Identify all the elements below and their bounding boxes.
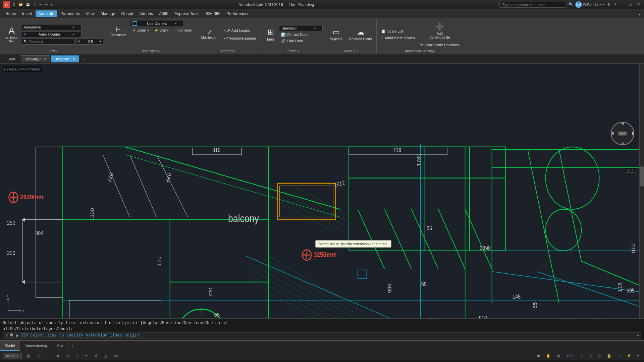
tab-model[interactable]: Model bbox=[0, 341, 20, 351]
table-button[interactable]: ⊞ Table bbox=[263, 25, 278, 43]
leaders-group-label[interactable]: Leaders ▾ bbox=[199, 49, 259, 53]
status-polar[interactable]: ◈ bbox=[54, 353, 61, 359]
multileader-button[interactable]: ↗ Multileader bbox=[199, 23, 220, 46]
cmd-input-field[interactable] bbox=[20, 333, 636, 338]
user-profile[interactable]: DS D.Sanchez ▾ bbox=[575, 1, 604, 8]
tab-dimensioning[interactable]: Dimensioning bbox=[20, 341, 52, 351]
status-lweight[interactable]: ≡ bbox=[83, 353, 89, 359]
compass-circle: N S E W TOP bbox=[611, 122, 634, 145]
help-btn[interactable]: ? bbox=[613, 2, 617, 7]
status-snap[interactable]: ⊞ bbox=[35, 353, 42, 359]
tab-dim-plan-close[interactable]: ✕ bbox=[73, 57, 75, 61]
add-delete-scales-button[interactable]: ± Add/Delete Scales bbox=[379, 35, 417, 41]
status-scale-value[interactable]: 1:50 bbox=[564, 353, 575, 359]
tab-dim-plan[interactable]: Dim Plan* ✕ bbox=[51, 55, 79, 62]
find-text-input[interactable]: 🔍 Find text bbox=[21, 39, 75, 45]
continue-button[interactable]: → Continue bbox=[172, 28, 194, 33]
add-leader-button[interactable]: +↗ Add Leader bbox=[222, 27, 259, 34]
menu-home[interactable]: Home bbox=[3, 10, 19, 17]
markup-group-label[interactable]: Markup ▾ bbox=[327, 49, 374, 53]
qa-redo[interactable]: ↪ bbox=[44, 2, 49, 7]
menu-insert[interactable]: Insert bbox=[19, 10, 35, 17]
leaders-row: ↗ Multileader +↗ Add Leader -↗ Remove Le… bbox=[199, 20, 259, 49]
settings-btn[interactable]: ⚙ bbox=[606, 2, 611, 7]
add-tab-button[interactable]: + bbox=[80, 55, 88, 63]
use-current-dropdown[interactable]: Use Current ▾ bbox=[130, 20, 184, 27]
status-dyn[interactable]: ⊞ bbox=[73, 353, 80, 359]
status-tmode[interactable]: ∡ bbox=[92, 353, 100, 359]
menu-performance[interactable]: Performance bbox=[224, 10, 252, 17]
cmd-dropdown-icon[interactable]: ▾ bbox=[637, 333, 639, 338]
scale-list-button[interactable]: 📋 Scale List bbox=[379, 29, 417, 34]
dimension-button[interactable]: ⊢ Dimension bbox=[108, 20, 129, 43]
close-btn[interactable]: ✕ bbox=[636, 2, 641, 7]
status-ui[interactable]: ⊞ bbox=[596, 353, 603, 359]
menu-view[interactable]: View bbox=[83, 10, 97, 17]
link-data-button[interactable]: 🔗 Link Data bbox=[279, 38, 323, 44]
status-customize[interactable]: ≡ bbox=[635, 353, 641, 359]
scroll-thumb[interactable] bbox=[640, 166, 644, 187]
tab-drawing1-close[interactable]: ✕ bbox=[44, 57, 46, 61]
extract-data-button[interactable]: 📊 Extract Data bbox=[279, 32, 323, 38]
multiline-text-button[interactable]: A MultilineText bbox=[3, 25, 20, 44]
tab-drawing1[interactable]: Drawing1* ✕ bbox=[21, 55, 50, 62]
annotation-scaling-group-label[interactable]: Annotation Scaling ▾ bbox=[379, 49, 461, 53]
status-qp[interactable]: △ bbox=[102, 353, 109, 359]
remove-leader-button[interactable]: -↗ Remove Leader bbox=[222, 35, 259, 42]
tables-group-label[interactable]: Tables ▾ bbox=[263, 49, 323, 53]
sync-scale-positions-button[interactable]: ⟳ Sync Scale Positions bbox=[418, 42, 461, 48]
status-isnap[interactable]: ⊡ bbox=[64, 353, 71, 359]
cmd-clear-icon[interactable]: ✕ bbox=[5, 333, 8, 338]
tab-start[interactable]: Start bbox=[3, 54, 20, 63]
minimize-btn[interactable]: — bbox=[619, 2, 626, 7]
tab-text[interactable]: Text bbox=[52, 341, 68, 351]
status-ortho[interactable]: ⊥ bbox=[44, 353, 52, 359]
sync-label: Sync Scale Positions bbox=[425, 43, 459, 47]
dimensions-group-label[interactable]: Dimensions ▾ bbox=[108, 49, 194, 53]
qa-more[interactable]: ▾ bbox=[50, 2, 53, 7]
status-grid[interactable]: ▦ bbox=[24, 353, 32, 359]
status-hardware-accel[interactable]: ⚡ bbox=[625, 353, 633, 359]
menu-bim360[interactable]: BIM 360 bbox=[203, 10, 223, 17]
qa-open[interactable]: 📂 bbox=[18, 2, 24, 7]
qa-undo[interactable]: ↩ bbox=[38, 2, 43, 7]
revision-cloud-button[interactable]: ☁ Revision Cloud bbox=[346, 27, 374, 42]
cmd-search-icon[interactable]: 🔍 bbox=[10, 333, 15, 338]
add-layout-tab[interactable]: + bbox=[68, 342, 76, 350]
quick-button[interactable]: ⚡ Quick bbox=[152, 28, 170, 33]
menu-a360[interactable]: A360 bbox=[156, 10, 171, 17]
search-input[interactable] bbox=[499, 2, 567, 8]
menu-express[interactable]: Express Tools bbox=[172, 10, 202, 17]
status-isolate[interactable]: ⊞ bbox=[615, 353, 623, 359]
qa-new[interactable]: 🗋 bbox=[11, 2, 17, 7]
menu-manage[interactable]: Manage bbox=[98, 10, 118, 17]
menu-output[interactable]: Output bbox=[118, 10, 136, 17]
text-size-input[interactable]: A↕ 2.5 ▾ bbox=[76, 38, 103, 45]
qa-print[interactable]: 🖨 bbox=[32, 2, 37, 7]
add-current-scale-button[interactable]: ➕ AddCurrent Scale bbox=[418, 21, 461, 41]
menu-addins[interactable]: Add-ins bbox=[137, 10, 156, 17]
cmd-arrow-icon[interactable]: ▶ bbox=[16, 333, 19, 338]
cmd-output-2: aliGn/Distribute/Layer/Undo]: bbox=[3, 326, 641, 332]
linear-button[interactable]: ⊣ Linear ▾ bbox=[130, 28, 151, 33]
text-style-dropdown[interactable]: Annotative ▾ bbox=[21, 24, 82, 30]
vertical-scrollbar[interactable] bbox=[639, 64, 644, 318]
model-status-button[interactable]: MODEL bbox=[3, 353, 22, 359]
ribbon-toggle[interactable]: ▾ bbox=[638, 12, 641, 17]
wipeout-button[interactable]: ▭ Wipeout bbox=[327, 27, 345, 42]
text-font-dropdown[interactable]: A Anno Courier ▾ bbox=[21, 31, 82, 37]
menu-parametric[interactable]: Parametric bbox=[58, 10, 83, 17]
status-annotation-scale[interactable]: ⊞ bbox=[578, 353, 585, 359]
qa-save[interactable]: 💾 bbox=[25, 2, 31, 7]
status-zoom[interactable]: ⊕ bbox=[535, 353, 542, 359]
table-style-dropdown[interactable]: Standard ▾ bbox=[279, 25, 323, 31]
menu-annotate[interactable]: Annotate bbox=[36, 10, 57, 17]
status-lock[interactable]: 🔒 bbox=[605, 353, 613, 359]
status-sc[interactable]: Sc bbox=[112, 353, 120, 359]
text-group-label[interactable]: Text ▾ bbox=[3, 49, 103, 53]
status-ws[interactable]: ⊞ bbox=[587, 353, 594, 359]
restore-btn[interactable]: ❐ bbox=[628, 2, 634, 7]
status-orbit[interactable]: ◎ bbox=[555, 353, 562, 359]
style-dropdown-arrow: ▾ bbox=[73, 25, 74, 29]
status-pan[interactable]: ✋ bbox=[544, 353, 553, 359]
